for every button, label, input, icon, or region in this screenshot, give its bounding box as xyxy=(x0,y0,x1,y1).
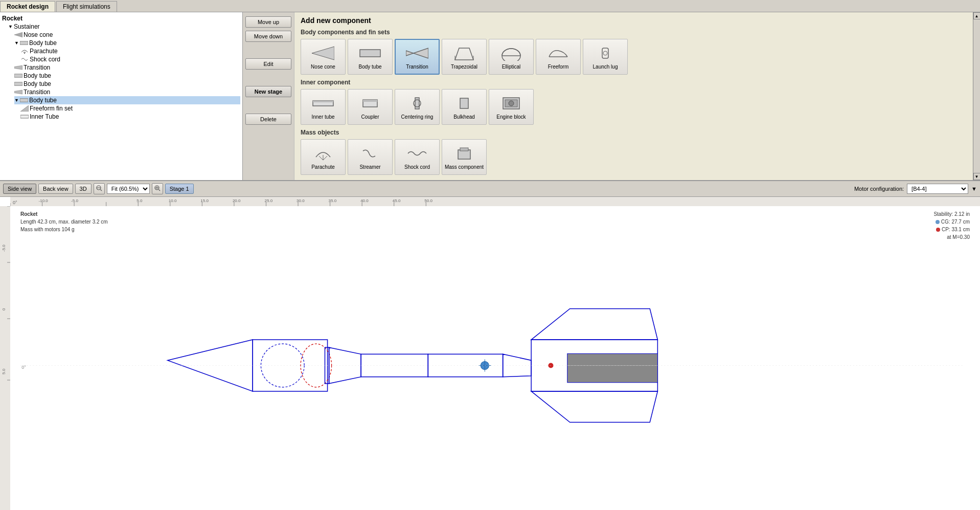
svg-text:45.0: 45.0 xyxy=(393,198,401,203)
svg-text:0°: 0° xyxy=(21,365,26,370)
tree-item-inner-tube[interactable]: Inner Tube xyxy=(20,113,240,121)
inner-component-title: Inner component xyxy=(301,79,967,86)
stage-button[interactable]: Stage 1 xyxy=(165,184,194,194)
freeform-fin-icon xyxy=(20,105,29,112)
svg-text:-10.0: -10.0 xyxy=(38,198,48,203)
scroll-track xyxy=(973,19,981,173)
svg-rect-39 xyxy=(460,148,468,151)
component-bulkhead[interactable]: Bulkhead xyxy=(442,89,487,125)
delete-button[interactable]: Delete xyxy=(245,114,291,125)
3d-view-button[interactable]: 3D xyxy=(75,184,92,194)
body-components-grid: Nose cone Body tube Transition xyxy=(301,39,967,75)
svg-rect-9 xyxy=(20,99,28,102)
svg-marker-93 xyxy=(531,309,657,340)
scroll-up-arrow[interactable]: ▲ xyxy=(973,12,981,19)
canvas-with-ruler: -5.0 0 5.0 Rocket Length 42.3 cm, max. d… xyxy=(0,206,980,510)
svg-line-35 xyxy=(319,156,323,160)
zoom-out-button[interactable] xyxy=(94,183,105,194)
move-up-button[interactable]: Move up xyxy=(245,16,291,28)
component-nose-cone[interactable]: Nose cone xyxy=(301,39,346,75)
svg-marker-5 xyxy=(14,65,22,70)
body-tube-icon-1 xyxy=(20,40,28,46)
inner-tube-icon xyxy=(20,114,29,120)
tab-rocket-design[interactable]: Rocket design xyxy=(0,1,55,12)
motor-config-area: Motor configuration: [B4-4] ▼ xyxy=(854,184,977,194)
tree-item-sustainer[interactable]: ▼ Sustainer xyxy=(8,23,240,31)
component-shock-cord[interactable]: Shock cord xyxy=(395,139,440,175)
scroll-down-arrow[interactable]: ▼ xyxy=(973,173,981,180)
tree-item-parachute[interactable]: Parachute xyxy=(20,47,240,55)
body-tube-icon-4 xyxy=(20,97,28,103)
nose-cone-comp-icon xyxy=(312,45,334,62)
tree-root[interactable]: Rocket xyxy=(2,14,240,23)
component-streamer[interactable]: Streamer xyxy=(348,139,393,175)
tree-item-body-tube-4[interactable]: ▼ Body tube xyxy=(14,96,240,104)
tree-item-body-tube-3[interactable]: Body tube xyxy=(14,80,240,88)
action-buttons-panel: Move up Move down Edit New stage Delete xyxy=(243,12,294,180)
tree-item-nose-cone[interactable]: Nose cone xyxy=(14,31,240,39)
tree-item-body-tube-2[interactable]: Body tube xyxy=(14,72,240,80)
trapezoidal-comp-icon xyxy=(453,45,475,62)
component-coupler[interactable]: Coupler xyxy=(348,89,393,125)
motor-config-select[interactable]: [B4-4] xyxy=(907,184,968,194)
svg-marker-15 xyxy=(455,48,473,60)
body-tube-icon-2 xyxy=(14,73,22,79)
svg-line-37 xyxy=(323,156,327,160)
collapse-body-tube-1[interactable]: ▼ xyxy=(14,40,19,46)
component-body-tube[interactable]: Body tube xyxy=(348,39,393,75)
shock-cord-comp-icon xyxy=(406,145,428,162)
side-view-button[interactable]: Side view xyxy=(3,184,36,194)
edit-button[interactable]: Edit xyxy=(245,58,291,70)
rocket-length: Length 42.3 cm, max. diameter 3.2 cm xyxy=(20,219,108,225)
component-transition[interactable]: Transition xyxy=(395,39,440,75)
svg-rect-13 xyxy=(360,50,380,57)
stability-text: Stability: 2.12 in xyxy=(933,211,970,217)
svg-rect-1 xyxy=(20,41,28,45)
tree-item-shock-cord[interactable]: Shock cord xyxy=(20,55,240,63)
tree-item-body-tube-1[interactable]: ▼ Body tube xyxy=(14,39,240,47)
component-trapezoidal[interactable]: Trapezoidal xyxy=(442,39,487,75)
component-freeform[interactable]: Freeform xyxy=(536,39,581,75)
back-view-button[interactable]: Back view xyxy=(38,184,73,194)
horizontal-ruler: 0° -10.0 -5.0 5.0 10.0 15.0 20.0 25.0 xyxy=(10,197,980,206)
tab-flight-simulations[interactable]: Flight simulations xyxy=(56,1,117,12)
new-stage-button[interactable]: New stage xyxy=(245,86,291,97)
collapse-sustainer[interactable]: ▼ xyxy=(8,24,13,29)
tree-item-transition-1[interactable]: Transition xyxy=(14,63,240,72)
tree-item-transition-2[interactable]: Transition xyxy=(14,88,240,96)
zoom-in-button[interactable] xyxy=(152,183,163,194)
body-tube-comp-icon xyxy=(359,45,381,62)
svg-text:35.0: 35.0 xyxy=(329,198,337,203)
add-new-component-panel: Add new component Body components and fi… xyxy=(294,12,973,180)
collapse-body-tube-4[interactable]: ▼ xyxy=(14,98,19,103)
freeform-comp-icon xyxy=(547,45,569,62)
move-down-button[interactable]: Move down xyxy=(245,31,291,42)
mass-objects-title: Mass objects xyxy=(301,129,967,136)
motor-config-arrow[interactable]: ▼ xyxy=(971,186,977,192)
svg-point-24 xyxy=(603,51,607,55)
tree-item-freeform-fin[interactable]: Freeform fin set xyxy=(20,104,240,113)
component-centering-ring[interactable]: Centering ring xyxy=(395,89,440,125)
add-new-component-title: Add new component xyxy=(301,16,967,25)
streamer-comp-icon xyxy=(359,145,381,162)
component-launch-lug[interactable]: Launch lug xyxy=(583,39,628,75)
component-engine-block[interactable]: Engine block xyxy=(489,89,534,125)
rocket-view: Rocket Length 42.3 cm, max. diameter 3.2… xyxy=(10,206,980,510)
component-elliptical[interactable]: Elliptical xyxy=(489,39,534,75)
component-mass-component[interactable]: Mass component xyxy=(442,139,487,175)
svg-line-41 xyxy=(100,190,102,191)
bulkhead-comp-icon xyxy=(453,95,475,112)
vertical-ruler: -5.0 0 5.0 xyxy=(0,206,10,510)
svg-rect-28 xyxy=(363,100,377,102)
svg-rect-26 xyxy=(313,101,333,102)
component-parachute[interactable]: Parachute xyxy=(301,139,346,175)
launch-lug-comp-icon xyxy=(594,45,617,62)
svg-point-34 xyxy=(509,101,514,106)
zoom-select[interactable]: Fit (60.5%) 25% 50% 75% 100% xyxy=(107,184,150,194)
rocket-name: Rocket xyxy=(20,211,37,217)
body-tube-icon-3 xyxy=(14,81,22,87)
svg-text:0: 0 xyxy=(2,308,6,311)
svg-point-21 xyxy=(502,49,520,61)
component-inner-tube[interactable]: Inner tube xyxy=(301,89,346,125)
stability-overlay: Stability: 2.12 in CG: 27.7 cm CP: 33.1 … xyxy=(933,210,970,241)
